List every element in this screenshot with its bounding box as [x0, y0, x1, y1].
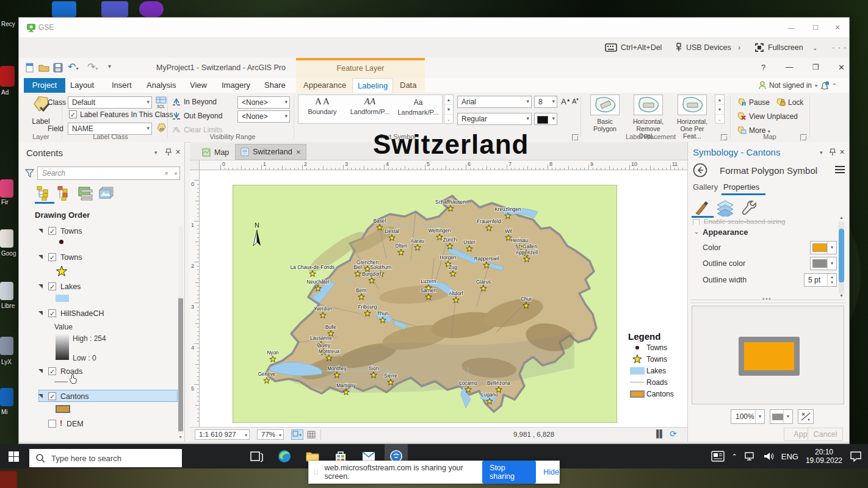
layers-tab-icon[interactable] — [716, 199, 734, 217]
wrench-tab-icon[interactable] — [740, 199, 756, 217]
text-color-picker[interactable]: ▾ — [534, 113, 557, 125]
font-style-combo[interactable]: Regular▾ — [457, 113, 532, 125]
preview-zoom-combo[interactable]: 100% ▾ — [731, 409, 765, 424]
banner-drag-handle[interactable]: ⁞⁞ — [314, 469, 319, 476]
outline-color-picker[interactable]: ▾ — [810, 257, 837, 270]
text-style-boundary[interactable]: A A Boundary — [300, 96, 345, 115]
arcgis-titlebar[interactable]: ↶▾ ↷▾ ▾ MyProject1 - Switzerland - ArcGI… — [19, 58, 849, 78]
label-placement-dialog-launcher[interactable] — [721, 134, 728, 141]
hamburger-menu-icon[interactable] — [834, 165, 845, 174]
teams-icon[interactable] — [101, 1, 128, 17]
back-button[interactable] — [693, 163, 707, 178]
desktop-icon[interactable] — [0, 179, 13, 198]
notification-bell-icon[interactable] — [820, 81, 829, 90]
start-button[interactable] — [9, 451, 19, 462]
layer-cantons[interactable]: Cantons — [60, 392, 89, 401]
action-center-icon[interactable] — [850, 451, 862, 462]
pro-minimize-button[interactable]: — — [786, 63, 793, 71]
gse-more-button[interactable]: · · · — [832, 42, 847, 53]
layout-elements-toggle[interactable] — [291, 429, 303, 440]
ctrl-alt-del-button[interactable]: Ctrl+Alt+Del — [605, 42, 662, 53]
tab-gallery[interactable]: Gallery — [693, 182, 718, 192]
list-by-imagery-icon[interactable] — [98, 186, 114, 201]
desktop-icon[interactable] — [0, 229, 13, 248]
tab-appearance[interactable]: Appearance — [300, 78, 350, 93]
desktop-icon-label[interactable]: Mi — [1, 409, 8, 415]
towns-dot-checkbox[interactable]: ✓ — [48, 227, 56, 235]
cantons-checkbox[interactable]: ✓ — [48, 392, 56, 400]
cancel-button[interactable]: Cancel — [808, 428, 843, 441]
tab-layout[interactable]: Layout — [68, 78, 96, 93]
in-beyond-combo[interactable]: <None>▾ — [237, 96, 290, 109]
text-symbol-dialog-launcher[interactable] — [572, 134, 579, 141]
tab-view[interactable]: View — [187, 78, 209, 93]
text-style-landform[interactable]: AA Landform/P... — [347, 96, 392, 115]
scale-based-sizing-label[interactable]: Enable scale-based sizing — [704, 218, 786, 225]
desktop-icon-label[interactable]: LyX — [1, 359, 12, 365]
tray-expand-chevron[interactable]: ⌃ — [732, 453, 737, 461]
task-view-icon[interactable] — [249, 449, 264, 464]
pro-restore-button[interactable]: ❐ — [812, 63, 819, 71]
tab-imagery[interactable]: Imagery — [219, 78, 253, 93]
pause-label[interactable]: Pause — [749, 98, 770, 107]
sql-query-icon[interactable]: SQL — [156, 96, 167, 109]
lakes-checkbox[interactable]: ✓ — [48, 282, 56, 290]
sign-in-status[interactable]: Not signed in▾ ⌃ — [759, 80, 837, 91]
open-project-icon[interactable] — [38, 63, 49, 73]
roads-checkbox[interactable]: ✓ — [48, 367, 56, 375]
symbol-brush-tab-icon[interactable] — [694, 199, 710, 215]
in-beyond-label[interactable]: In Beyond — [184, 98, 217, 106]
expander-icon[interactable] — [38, 284, 43, 289]
expander-icon[interactable] — [38, 255, 43, 259]
tab-data[interactable]: Data — [396, 78, 420, 93]
contents-search-input[interactable]: Search ⌕ ▾ — [37, 167, 180, 180]
expression-icon[interactable]: ab — [156, 123, 167, 134]
purple-app-icon[interactable] — [139, 1, 164, 17]
lock-label[interactable]: Lock — [788, 98, 803, 107]
fullscreen-dropdown-chevron[interactable]: ⌄ — [812, 42, 817, 53]
layout-page[interactable]: SchaffhausenKreuzlingenBaselFrauenfeldLi… — [200, 170, 687, 427]
page-zoom-combo[interactable]: 77% ▾ — [257, 429, 284, 440]
collapse-ribbon-chevron[interactable]: ⌃ — [832, 82, 837, 89]
close-tab-icon[interactable]: ✕ — [296, 149, 301, 156]
pin-icon[interactable] — [830, 148, 836, 156]
list-by-selection-icon[interactable] — [78, 186, 93, 201]
towns-dot-symbol[interactable] — [59, 240, 63, 244]
quick-access-customize-button[interactable]: ▾ — [108, 63, 111, 70]
contents-close-icon[interactable]: ✕ — [175, 148, 181, 156]
desktop-icon[interactable] — [0, 282, 13, 300]
symbology-close-icon[interactable]: ✕ — [839, 148, 845, 156]
pro-close-button[interactable]: ✕ — [838, 63, 845, 72]
desktop-icon-label[interactable]: Ad — [1, 89, 9, 96]
undo-button[interactable]: ↶▾ — [68, 61, 78, 73]
stop-sharing-button[interactable]: Stop sharing — [482, 461, 536, 484]
out-beyond-combo[interactable]: <None>▾ — [237, 110, 290, 123]
grid-toggle-icon[interactable] — [307, 431, 316, 439]
desktop-icon[interactable] — [0, 388, 13, 406]
tab-analysis[interactable]: Analysis — [144, 78, 178, 93]
text-symbol-gallery-scroll[interactable]: ▲▼⌄ — [444, 95, 454, 124]
toolbar-expand-chevron[interactable]: › — [738, 42, 740, 53]
switzerland-map[interactable]: SchaffhausenKreuzlingenBaselFrauenfeldLi… — [233, 185, 617, 423]
pause-drawing-icon[interactable]: ▐▌ — [654, 429, 665, 438]
gse-titlebar[interactable]: GSE — ☐ ✕ — [19, 18, 849, 37]
desktop-icon[interactable] — [0, 66, 15, 87]
clock[interactable]: 20:1019.09.2022 — [806, 448, 842, 465]
font-combo[interactable]: Arial▾ — [457, 96, 532, 108]
edge-icon[interactable] — [277, 449, 292, 464]
desktop-icon[interactable] — [0, 337, 13, 355]
pin-icon[interactable] — [165, 148, 172, 156]
placement-basic-polygon[interactable]: BasicPolygon — [585, 95, 624, 132]
tab-map-document[interactable]: Map — [197, 145, 234, 160]
usb-devices-button[interactable]: USB Devices — [675, 42, 731, 53]
preview-background-picker[interactable]: ▾ — [770, 409, 793, 424]
cantons-row-selected[interactable] — [38, 390, 178, 402]
desktop-icon-label[interactable]: Libre — [1, 303, 15, 309]
search-icon[interactable]: ⌕ — [165, 169, 168, 177]
preview-toggle-button[interactable] — [798, 409, 814, 424]
dem-checkbox[interactable] — [48, 420, 56, 428]
expander-icon[interactable] — [38, 394, 43, 398]
fullscreen-button[interactable]: Fullscreen — [754, 42, 803, 53]
scroll-down-arrow[interactable]: ▼ — [839, 293, 844, 298]
taskbar-search-input[interactable]: Type here to search — [29, 449, 182, 467]
